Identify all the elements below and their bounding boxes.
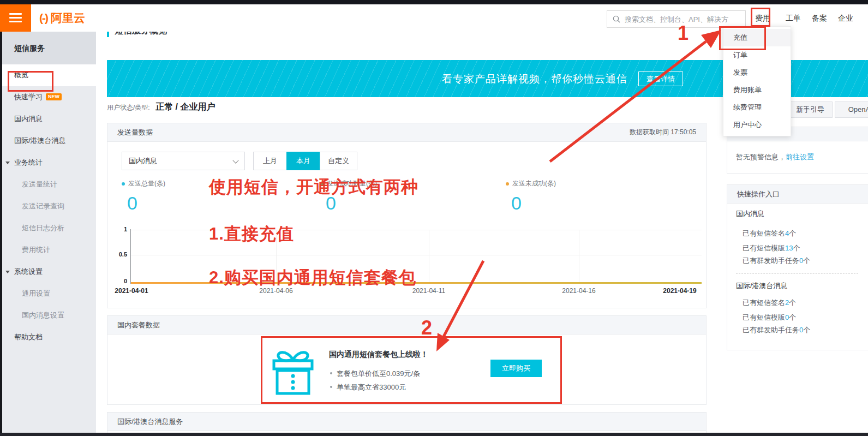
user-status-value: 正常 / 企业用户 bbox=[155, 102, 215, 111]
sidebar-item-label: 快速学习 bbox=[14, 93, 43, 101]
sidebar-item-domestic-sms[interactable]: 国内消息 bbox=[0, 108, 96, 130]
stat-total-sent: 发送总量(条) 0 bbox=[122, 179, 165, 214]
quick-section-intl: 国际/港澳台消息 bbox=[736, 281, 788, 291]
quick-item-templates[interactable]: 已有短信模版13个 bbox=[743, 243, 800, 253]
stat-success: 发送成功数量(条) 0 bbox=[320, 179, 377, 214]
package-promo-title: 国内通用短信套餐包上线啦！ bbox=[329, 350, 428, 360]
bottom-strip bbox=[0, 433, 868, 436]
right-panel-buttons: 新手引导 OpenA bbox=[781, 97, 868, 122]
quick-actions-card-title: 快捷操作入口 bbox=[737, 185, 780, 203]
range-custom-button[interactable]: 自定义 bbox=[320, 152, 357, 170]
aliyun-logo[interactable]: (-) 阿里云 bbox=[39, 10, 85, 26]
count-badge: 13 bbox=[785, 244, 793, 252]
legend-dot-icon bbox=[122, 182, 125, 186]
menu-item-renewal[interactable]: 续费管理 bbox=[723, 99, 791, 116]
sidebar: 短信服务 概览 快速学习NEW 国内消息 国际/港澳台消息 业务统计 发送量统计… bbox=[0, 32, 96, 436]
sidebar-title: 短信服务 bbox=[0, 32, 96, 64]
legend-dot-icon bbox=[320, 182, 324, 186]
caret-down-icon bbox=[5, 271, 10, 273]
beginner-guide-button[interactable]: 新手引导 bbox=[788, 101, 833, 118]
y-axis-tick: 1 bbox=[111, 226, 127, 232]
send-volume-card: 发送量数据 数据获取时间 17:50:05 国内消息 上月 本月 自定义 发送总… bbox=[107, 123, 707, 308]
chevron-down-icon bbox=[232, 157, 238, 163]
stat-failed: 发送未成功(条) 0 bbox=[506, 179, 556, 214]
quick-item-mass-tasks[interactable]: 已有群发助手任务0个 bbox=[743, 325, 810, 335]
y-axis-tick: 0 bbox=[111, 278, 127, 284]
alert-card-body: 暂无预警信息，前往设置 bbox=[727, 141, 868, 162]
sidebar-item-sms-log-analysis[interactable]: 短信日志分析 bbox=[0, 217, 96, 239]
gridline bbox=[131, 255, 702, 255]
search-input[interactable] bbox=[625, 15, 740, 23]
hamburger-menu-button[interactable] bbox=[0, 4, 31, 32]
alert-settings-link[interactable]: 前往设置 bbox=[786, 153, 814, 161]
quick-section-domestic: 国内消息 bbox=[736, 209, 764, 219]
intl-message-card-header: 国际/港澳台消息服务 bbox=[107, 413, 706, 431]
x-axis-tick: 2021-04-19 bbox=[653, 287, 707, 295]
range-last-month-button[interactable]: 上月 bbox=[253, 152, 287, 170]
banner-view-details-button[interactable]: 查看详情 bbox=[638, 71, 683, 86]
topmenu-enterprise[interactable]: 企业 bbox=[838, 14, 853, 23]
menu-item-invoices[interactable]: 发票 bbox=[723, 64, 791, 81]
topmenu-tickets[interactable]: 工单 bbox=[786, 14, 801, 23]
arrow-1-head-icon bbox=[701, 30, 721, 48]
sidebar-group-system-settings[interactable]: 系统设置 bbox=[0, 261, 96, 283]
menu-item-user-center[interactable]: 用户中心 bbox=[723, 116, 791, 134]
sidebar-item-send-record-query[interactable]: 发送记录查询 bbox=[0, 195, 96, 217]
new-badge: NEW bbox=[46, 93, 62, 100]
send-volume-card-header: 发送量数据 数据获取时间 17:50:05 bbox=[107, 123, 706, 142]
sidebar-item-domestic-settings[interactable]: 国内消息设置 bbox=[0, 304, 96, 326]
alert-empty-text: 暂无预警信息， bbox=[736, 153, 786, 161]
message-type-select-value: 国内消息 bbox=[129, 157, 157, 165]
gridline bbox=[131, 230, 702, 230]
sidebar-item-quick-learn[interactable]: 快速学习NEW bbox=[0, 86, 96, 108]
quick-item-templates[interactable]: 已有短信模版0个 bbox=[743, 313, 796, 322]
aliyun-logo-text: 阿里云 bbox=[51, 10, 85, 26]
message-type-select[interactable]: 国内消息 bbox=[122, 152, 245, 170]
quick-item-mass-tasks[interactable]: 已有群发助手任务0个 bbox=[743, 256, 810, 266]
aliyun-brackets-icon: (-) bbox=[39, 11, 47, 25]
user-status: 用户状态/类型: 正常 / 企业用户 bbox=[107, 101, 215, 113]
search-icon bbox=[613, 15, 620, 23]
x-axis-tick: 2021-04-16 bbox=[552, 287, 606, 295]
sidebar-group-label: 系统设置 bbox=[14, 267, 43, 276]
gridline bbox=[429, 230, 429, 283]
sidebar-group-label: 业务统计 bbox=[14, 158, 43, 166]
quick-item-signatures[interactable]: 已有短信签名4个 bbox=[743, 229, 796, 238]
sidebar-item-help-docs[interactable]: 帮助文档 bbox=[0, 326, 96, 348]
sidebar-item-cost-stats[interactable]: 费用统计 bbox=[0, 239, 96, 261]
quick-actions-card-header: 快捷操作入口 bbox=[727, 185, 868, 204]
stat-total-sent-label: 发送总量(条) bbox=[122, 179, 165, 188]
sidebar-item-general-settings[interactable]: 通用设置 bbox=[0, 283, 96, 304]
topmenu-billing[interactable]: 费用 bbox=[755, 14, 770, 23]
range-this-month-button[interactable]: 本月 bbox=[286, 152, 320, 170]
sidebar-item-overview[interactable]: 概览 bbox=[0, 64, 96, 86]
x-axis-tick: 2021-04-01 bbox=[104, 287, 159, 295]
stat-failed-value: 0 bbox=[511, 193, 556, 214]
quick-actions-card: 快捷操作入口 国内消息 已有短信签名4个 已有短信模版13个 已有群发助手任务0… bbox=[727, 184, 868, 350]
x-axis-tick: 2021-04-06 bbox=[249, 287, 303, 295]
topmenu-icp[interactable]: 备案 bbox=[812, 14, 827, 23]
global-search[interactable] bbox=[607, 10, 746, 28]
caret-down-icon bbox=[5, 162, 10, 164]
menu-item-bills[interactable]: 费用账单 bbox=[723, 81, 791, 99]
gridline bbox=[579, 230, 579, 283]
user-status-label: 用户状态/类型: bbox=[107, 104, 150, 111]
openapi-button[interactable]: OpenA bbox=[835, 101, 868, 118]
sidebar-item-intl-sms[interactable]: 国际/港澳台消息 bbox=[0, 130, 96, 152]
menu-item-orders[interactable]: 订单 bbox=[723, 46, 791, 64]
domestic-package-card-title: 国内套餐数据 bbox=[117, 316, 160, 334]
sidebar-item-send-volume-stats[interactable]: 发送量统计 bbox=[0, 174, 96, 195]
y-axis-tick: 0.5 bbox=[111, 251, 127, 258]
x-axis-tick: 2021-04-11 bbox=[402, 287, 456, 295]
quick-item-signatures[interactable]: 已有短信签名2个 bbox=[743, 298, 796, 308]
legend-dot-icon bbox=[506, 182, 509, 186]
stat-failed-label: 发送未成功(条) bbox=[506, 179, 556, 188]
date-range-group: 上月 本月 自定义 bbox=[254, 152, 357, 170]
left-strip bbox=[0, 32, 2, 436]
sidebar-group-business-stats[interactable]: 业务统计 bbox=[0, 152, 96, 174]
hamburger-icon bbox=[9, 13, 22, 15]
domestic-package-card-header: 国内套餐数据 bbox=[107, 316, 706, 335]
buy-now-button[interactable]: 立即购买 bbox=[490, 360, 542, 377]
send-volume-card-title: 发送量数据 bbox=[117, 123, 153, 141]
menu-item-recharge[interactable]: 充值 bbox=[723, 29, 791, 46]
